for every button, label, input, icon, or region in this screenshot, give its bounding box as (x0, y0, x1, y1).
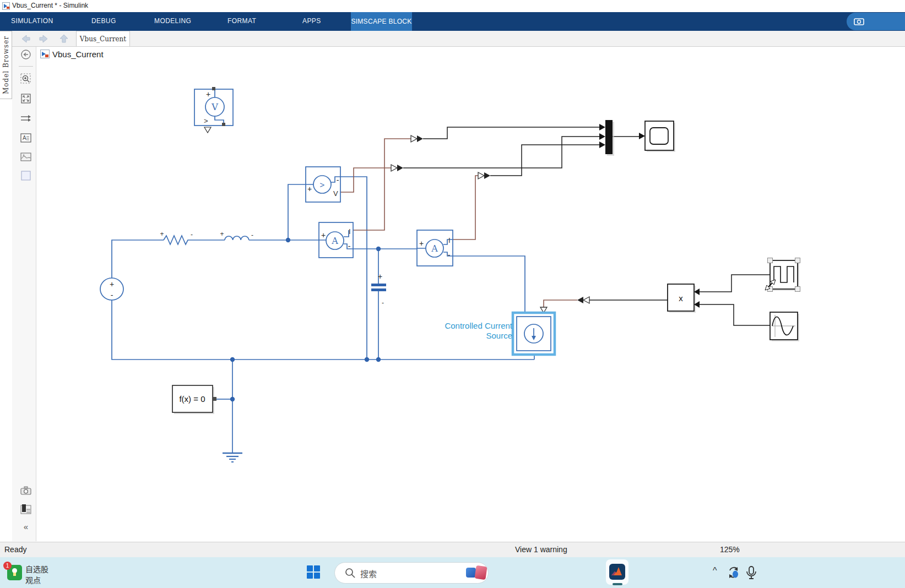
status-ready: Ready (4, 545, 26, 554)
breadcrumb[interactable]: Vbus_Current (52, 50, 104, 59)
ammeter2-plus: + (419, 239, 424, 248)
model-browser-label: Model Browser (2, 36, 10, 94)
selection-handle[interactable] (795, 287, 800, 292)
electrical-reference-ground[interactable] (223, 453, 242, 462)
dc-voltage-source-block[interactable]: + - (100, 278, 123, 300)
screenshot-icon (853, 16, 870, 32)
sine-wave-block[interactable] (770, 312, 799, 341)
capacitor-minus: - (382, 299, 384, 307)
strip-divider (19, 66, 33, 67)
voltage-sensor-floating-block[interactable]: V + > (194, 87, 233, 133)
ribbon-corner-button[interactable] (847, 13, 905, 30)
vsensor1-out-gt: > (204, 117, 208, 125)
matlab-active-underline (613, 583, 622, 585)
product-label: x (679, 293, 683, 303)
block-diagram: + - + - + - + - V + > (0, 0, 905, 588)
stock-app-line1[interactable]: 自选股 (25, 564, 48, 575)
up-arrow-icon[interactable] (58, 34, 69, 44)
image-icon[interactable] (20, 151, 32, 163)
product-block[interactable]: x (668, 284, 700, 313)
navigation-row: Vbus_Current (0, 31, 905, 47)
status-bar: Ready View 1 warning 125% (0, 542, 905, 557)
language-sync-icon[interactable] (726, 565, 741, 580)
annotation-letter: A (23, 135, 26, 141)
source-plus: + (110, 280, 114, 288)
signal-direction-glyphs (391, 135, 589, 313)
source-minus: - (111, 291, 113, 300)
mux-block[interactable] (599, 120, 614, 156)
ribbon-bar: SIMULATION DEBUG MODELING FORMAT APPS SI… (0, 12, 905, 31)
solver-configuration-block[interactable]: f(x) = 0 (172, 385, 216, 414)
selection-handle[interactable] (768, 258, 773, 263)
area-box-icon[interactable] (20, 170, 32, 182)
tab-simulation[interactable]: SIMULATION (11, 17, 53, 25)
taskbar: 1 自选股 观点 搜索 Vs (0, 557, 905, 588)
tab-format[interactable]: FORMAT (227, 17, 256, 25)
vsensor1-letter: V (211, 102, 218, 112)
search-box[interactable]: 搜索 (334, 562, 489, 584)
tab-modeling[interactable]: MODELING (154, 17, 191, 25)
inductor-minus: - (251, 231, 253, 239)
voltage-sensor-block[interactable]: > + - V (306, 167, 340, 202)
warning-link[interactable]: View 1 warning (515, 545, 567, 554)
tab-simscape-block-active[interactable]: SIMSCAPE BLOCK (351, 12, 412, 31)
model-browser-tab[interactable]: Model Browser (0, 31, 12, 99)
selection-handle[interactable] (795, 258, 800, 263)
vsensor2-gt: > (320, 180, 325, 189)
title-bar: Vbus_Current * - Simulink (0, 0, 905, 12)
annotation-icon[interactable]: A (20, 132, 32, 144)
tab-debug[interactable]: DEBUG (91, 17, 116, 25)
ammeter1-I-port: I (349, 227, 351, 236)
controlled-current-source-block[interactable] (513, 313, 555, 355)
breadcrumb-model-icon (40, 50, 50, 59)
stock-app-line2[interactable]: 观点 (25, 575, 41, 586)
ccs-label-line2: Source (486, 331, 512, 340)
camera-icon[interactable] (20, 484, 32, 497)
vsensor2-minus: - (337, 176, 339, 184)
simulink-window: Vbus_Current * - Simulink SIMULATION DEB… (0, 0, 905, 588)
physical-signal-wires[interactable] (340, 139, 577, 307)
solver-label: f(x) = 0 (179, 394, 205, 404)
ccs-label-line1: Controlled Current (445, 321, 512, 330)
zoom-level[interactable]: 125% (720, 545, 740, 554)
start-button[interactable] (307, 565, 321, 579)
current-sensor-2-block[interactable]: A + I - (417, 230, 453, 266)
search-placeholder: 搜索 (360, 568, 377, 579)
inductor-plus: + (220, 230, 224, 238)
resistor-minus: - (191, 231, 193, 238)
back-arrow-icon[interactable] (20, 34, 31, 44)
controlled-current-source-label[interactable]: Controlled Current Source (445, 321, 512, 340)
ammeter1-letter: A (331, 236, 338, 246)
resistor-plus: + (160, 230, 164, 238)
matlab-icon (609, 564, 625, 580)
tab-apps[interactable]: APPS (302, 17, 321, 25)
search-highlight-icon-2 (474, 565, 487, 580)
simulink-app-icon (2, 2, 10, 10)
fit-to-view-icon[interactable] (20, 92, 32, 105)
viewer-panel-icon[interactable] (20, 503, 32, 515)
signal-lines-icon[interactable] (20, 112, 32, 124)
ammeter1-plus: + (321, 231, 326, 239)
notification-badge: 1 (3, 562, 12, 570)
ammeter1-minus: - (348, 242, 351, 251)
signal-wires[interactable] (403, 127, 770, 325)
tray-chevron[interactable]: ^ (713, 566, 717, 576)
collapse-chevrons-icon[interactable]: « (20, 521, 32, 533)
capacitor-plus: + (378, 272, 382, 281)
hide-browser-icon[interactable] (20, 48, 32, 61)
search-icon (345, 568, 356, 579)
matlab-active-highlight[interactable] (606, 559, 628, 585)
vsensor1-plus: + (206, 90, 210, 99)
ammeter2-minus: - (448, 251, 451, 259)
window-title: Vbus_Current * - Simulink (12, 2, 88, 9)
scope-block[interactable] (639, 121, 675, 152)
forward-arrow-icon[interactable] (39, 34, 50, 44)
wire-junctions (230, 238, 381, 401)
zoom-region-icon[interactable] (20, 73, 32, 85)
microphone-icon[interactable] (745, 565, 758, 580)
document-tab[interactable]: Vbus_Current (76, 31, 130, 46)
vsensor2-plus: + (307, 184, 312, 193)
current-sensor-1-block[interactable]: A + I - (319, 222, 353, 258)
unconnected-port-triangle (204, 127, 211, 133)
pulse-generator-block[interactable] (765, 258, 800, 292)
